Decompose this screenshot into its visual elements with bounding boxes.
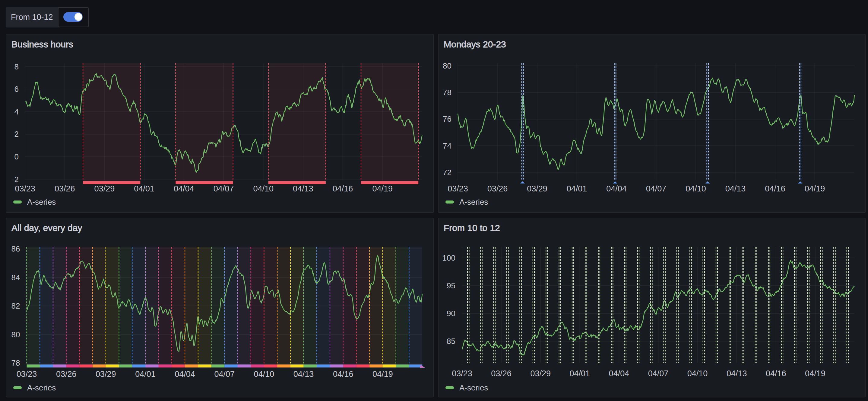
svg-text:04/16: 04/16 — [333, 370, 353, 379]
svg-text:78: 78 — [443, 88, 452, 97]
svg-text:03/23: 03/23 — [17, 370, 37, 379]
svg-text:04/01: 04/01 — [570, 369, 590, 378]
svg-text:2: 2 — [14, 130, 19, 139]
svg-text:03/23: 03/23 — [15, 184, 35, 193]
svg-text:04/13: 04/13 — [293, 370, 314, 379]
svg-text:04/07: 04/07 — [646, 184, 666, 193]
svg-text:04/04: 04/04 — [606, 184, 627, 193]
svg-text:4: 4 — [14, 107, 19, 116]
svg-text:04/13: 04/13 — [293, 184, 313, 193]
svg-text:95: 95 — [447, 281, 456, 290]
svg-text:03/26: 03/26 — [491, 369, 512, 378]
svg-text:-2: -2 — [12, 175, 19, 184]
svg-text:04/10: 04/10 — [253, 184, 274, 193]
svg-text:04/07: 04/07 — [648, 369, 669, 378]
svg-text:80: 80 — [11, 330, 20, 339]
svg-text:04/04: 04/04 — [175, 370, 195, 379]
svg-text:03/26: 03/26 — [55, 184, 75, 193]
svg-text:6: 6 — [14, 85, 19, 94]
svg-text:04/19: 04/19 — [805, 369, 826, 378]
svg-text:86: 86 — [11, 244, 20, 253]
svg-text:A-series: A-series — [459, 198, 488, 206]
svg-text:04/16: 04/16 — [333, 184, 353, 193]
svg-text:85: 85 — [447, 337, 456, 346]
svg-text:From 10 to 12: From 10 to 12 — [444, 223, 500, 233]
svg-text:04/01: 04/01 — [567, 184, 587, 193]
svg-text:04/19: 04/19 — [805, 184, 825, 193]
svg-text:04/16: 04/16 — [766, 369, 786, 378]
svg-text:90: 90 — [447, 309, 456, 318]
svg-text:03/23: 03/23 — [447, 184, 468, 193]
svg-text:0: 0 — [14, 152, 19, 161]
svg-text:04/13: 04/13 — [725, 184, 746, 193]
svg-text:03/23: 03/23 — [452, 369, 472, 378]
svg-text:03/29: 03/29 — [94, 184, 115, 193]
svg-text:80: 80 — [443, 61, 452, 70]
svg-text:04/10: 04/10 — [687, 369, 708, 378]
svg-text:A-series: A-series — [27, 383, 56, 392]
svg-text:04/07: 04/07 — [214, 184, 234, 193]
svg-text:8: 8 — [14, 62, 19, 71]
svg-text:76: 76 — [443, 114, 452, 123]
svg-text:04/19: 04/19 — [372, 184, 393, 193]
svg-text:03/29: 03/29 — [530, 369, 551, 378]
svg-text:A-series: A-series — [27, 198, 56, 206]
svg-text:04/19: 04/19 — [372, 370, 393, 379]
svg-text:84: 84 — [11, 273, 20, 282]
svg-text:04/01: 04/01 — [135, 370, 156, 379]
svg-text:03/29: 03/29 — [527, 184, 548, 193]
svg-text:03/26: 03/26 — [56, 370, 76, 379]
svg-text:All day, every day: All day, every day — [11, 223, 82, 233]
svg-text:04/16: 04/16 — [765, 184, 785, 193]
svg-text:04/04: 04/04 — [174, 184, 194, 193]
svg-text:78: 78 — [11, 359, 20, 368]
svg-text:82: 82 — [11, 302, 20, 310]
svg-text:04/10: 04/10 — [254, 370, 275, 379]
svg-text:03/29: 03/29 — [96, 370, 116, 379]
svg-text:A-series: A-series — [459, 383, 488, 392]
svg-text:04/13: 04/13 — [726, 369, 747, 378]
svg-text:04/01: 04/01 — [134, 184, 154, 193]
svg-text:Business hours: Business hours — [11, 39, 73, 49]
svg-text:04/04: 04/04 — [609, 369, 629, 378]
svg-text:03/26: 03/26 — [487, 184, 508, 193]
svg-text:72: 72 — [443, 168, 452, 177]
svg-text:Mondays 20-23: Mondays 20-23 — [444, 39, 506, 49]
svg-text:04/07: 04/07 — [214, 370, 235, 379]
svg-text:74: 74 — [443, 141, 452, 150]
svg-text:04/10: 04/10 — [685, 184, 706, 193]
svg-text:100: 100 — [442, 253, 456, 262]
